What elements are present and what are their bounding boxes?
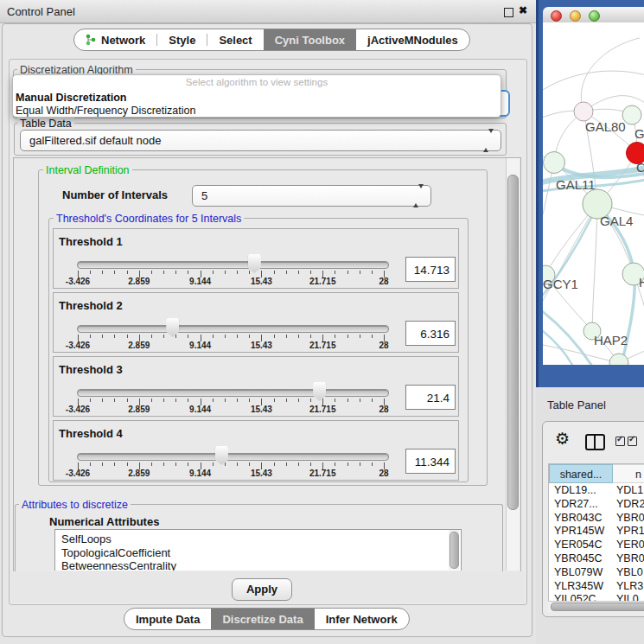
network-window: GAL80GCGAL11GAL4GCY1HHAP2 [543,7,644,365]
tick-mark [188,335,188,338]
threshold-row: Threshold 4-3.4262.8599.14415.4321.71528… [53,420,459,481]
tick-mark [90,399,91,402]
tick-mark [127,271,128,274]
tick-mark [188,462,188,466]
tick-mark [348,335,348,338]
cyni-mode-tabs: Impute DataDiscretize DataInfer Network [124,608,410,630]
attribute-item-betweennesscentrality[interactable]: BetweennessCentrality [61,559,176,571]
tick-mark [335,335,335,338]
table-row[interactable]: YER054CYER0 [549,539,644,552]
table-row[interactable]: YDL19...YDL1 [549,484,644,498]
tab-infer-network[interactable]: Infer Network [315,609,409,629]
node-label-gal80: GAL80 [585,119,626,134]
attribute-item-topologicalcoefficient[interactable]: TopologicalCoefficient [61,546,170,559]
table-row[interactable]: YPR145WYPR1 [549,525,644,539]
slider-thumb[interactable] [166,318,179,337]
network-node-gal80[interactable] [574,102,593,121]
tick-mark [90,335,91,338]
table-hscrollbar-thumb[interactable] [551,603,644,611]
tab-style[interactable]: Style [157,29,207,50]
attribute-item-selfloops[interactable]: SelfLoops [61,532,112,545]
tick-mark [114,335,115,338]
tab-discretize-data[interactable]: Discretize Data [211,609,314,629]
window-title: Control Panel [7,5,75,18]
settings-scrollbar-thumb[interactable] [507,175,519,510]
number-of-intervals-combobox[interactable]: 5 [192,185,431,207]
threshold-value-field[interactable]: 11.344 [405,449,456,474]
threshold-value-field[interactable]: 6.316 [405,321,456,346]
tick-label: 21.715 [292,469,353,478]
column-header-shared-name[interactable]: shared... [549,464,613,483]
tick-label: 2.859 [109,341,169,350]
tick-mark [298,335,299,338]
slider-track[interactable] [77,453,389,461]
slider-thumb[interactable] [313,382,326,401]
cell-name: YER0 [616,539,644,551]
tick-mark [249,462,250,466]
minimize-traffic-light-icon[interactable] [570,10,581,22]
network-window-titlebar[interactable] [543,7,644,23]
network-canvas[interactable]: GAL80GCGAL11GAL4GCY1HHAP2 [543,22,644,365]
tick-mark [298,271,299,274]
tick-mark [114,271,115,274]
column-header-name[interactable]: n [613,464,644,483]
tick-mark [225,399,226,402]
algorithm-option-equal-width-frequency-discretization[interactable]: Equal Width/Frequency Discretization [16,105,195,117]
float-window-icon[interactable] [504,8,513,17]
control-panel-tabs: NetworkStyleSelectCyni ToolboxjActiveMNo… [73,29,470,51]
table-row[interactable]: YBL079WYBL0 [549,566,644,580]
numerical-attributes-label: Numerical Attributes [49,515,159,528]
node-label-g: G [634,126,644,141]
tab-label: Impute Data [136,613,200,626]
table-row[interactable]: YDR27...YDR2 [549,498,644,512]
tick-mark [360,399,360,402]
slider-track[interactable] [77,261,389,269]
columns-icon[interactable] [585,434,605,450]
combo-stepper-icon [413,188,424,204]
checkbox-icon[interactable] [615,437,625,446]
threshold-value-field[interactable]: 14.713 [405,257,456,282]
tick-mark [225,462,226,466]
tick-label: 9.144 [170,341,231,350]
table-data-combobox[interactable]: galFiltered.sif default node [20,130,501,151]
slider-track[interactable] [77,389,389,397]
tick-mark [335,462,335,466]
zoom-traffic-light-icon[interactable] [589,10,600,22]
table-row[interactable]: YBR043CYBR0 [549,512,644,526]
tab-jactivemnodules[interactable]: jActiveMNodules [356,29,469,50]
tab-impute-data[interactable]: Impute Data [124,609,211,629]
close-icon[interactable]: ✖ [519,4,527,16]
tick-mark [286,335,287,338]
slider-thumb[interactable] [215,446,228,465]
threshold-row: Threshold 1-3.4262.8599.14415.4321.71528… [53,228,459,289]
table-data-combobox-value: galFiltered.sif default node [29,134,161,147]
tick-label: -3.426 [48,469,108,478]
threshold-value-field[interactable]: 21.4 [405,385,456,410]
tick-mark [225,271,226,274]
number-of-intervals-label: Number of Intervals [62,188,168,201]
node-label-h: H [639,275,644,290]
network-node-gal11[interactable] [544,152,565,174]
table-row[interactable]: YLR345WYLR3 [549,580,644,594]
tab-select[interactable]: Select [207,29,263,50]
close-traffic-light-icon[interactable] [551,10,562,22]
cell-name: YDL1 [616,484,643,496]
algorithm-option-manual-discretization[interactable]: Manual Discretization [16,92,127,104]
tick-mark [249,399,250,402]
tick-mark [274,462,275,466]
tick-label: 2.859 [109,277,169,286]
table-row[interactable]: YBR045CYBR0 [549,552,644,566]
network-node[interactable] [609,354,628,365]
checkbox-icon[interactable] [628,437,637,446]
attributes-scrollbar-thumb[interactable] [450,532,459,569]
gear-icon[interactable]: ⚙ [555,429,570,449]
algorithm-placeholder-item[interactable]: Select algorithm to view settings [13,77,501,87]
tick-mark [237,271,238,274]
tick-mark [175,462,176,466]
tick-label: 9.144 [170,277,231,286]
tab-network[interactable]: Network [74,29,156,50]
apply-button[interactable]: Apply [232,578,292,601]
tab-cyni-toolbox[interactable]: Cyni Toolbox [264,29,356,50]
slider-track[interactable] [77,325,389,333]
tick-mark [213,335,214,338]
